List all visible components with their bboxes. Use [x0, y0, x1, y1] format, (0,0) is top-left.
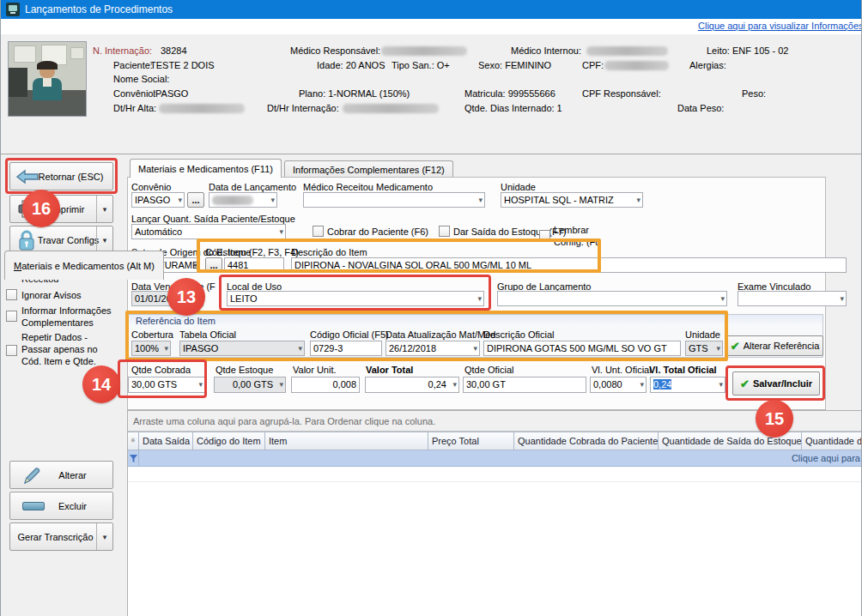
- data-vencto-input[interactable]: 01/01/2030: [131, 291, 203, 306]
- redacted-data-lancamento: [212, 196, 253, 205]
- checkbox-cobrar-paciente-label: Cobrar do Paciente (F6): [327, 226, 428, 237]
- medico-internou-label: Médico Internou:: [511, 45, 581, 56]
- grid-groupby-bar[interactable]: Arraste uma coluna aqui para agrupá-la. …: [128, 411, 862, 432]
- medico-receitou-combobox[interactable]: ▾: [303, 192, 485, 208]
- retornar-button[interactable]: Retornar (ESC): [9, 162, 113, 190]
- excluir-button[interactable]: Excluir: [9, 492, 113, 520]
- imprimir-button[interactable]: Imprimir ▾: [9, 195, 113, 223]
- tab-materiais-f11[interactable]: Materiais e Medicamentos (F11): [130, 159, 282, 178]
- checkbox-cobrar-paciente[interactable]: [313, 226, 324, 237]
- dropdown-arrow-icon: ▾: [164, 342, 168, 354]
- salvar-incluir-button[interactable]: ✔ Salvar/Incluir: [732, 371, 820, 396]
- vl-unt-oficial-combobox[interactable]: 0,0080▾: [590, 377, 646, 393]
- checkbox-ignorar-avisos-label: Ignorar Avisos: [21, 289, 124, 301]
- dropdown-arrow-icon: ▾: [452, 378, 457, 390]
- qtde-oficial-input[interactable]: 30,00 GT: [463, 377, 586, 393]
- grid-column-preco-total[interactable]: Preço Total: [428, 432, 514, 450]
- grid-column-qtd-saida[interactable]: Quantidade de Saída: [802, 432, 862, 450]
- local-uso-combobox[interactable]: LEITO▾: [227, 291, 484, 306]
- alterar-button[interactable]: Alterar: [9, 461, 113, 489]
- n-internacao-label: N. Internação:: [93, 45, 152, 56]
- qtde-estoque-combobox[interactable]: 0,00 GTS▾: [214, 377, 286, 393]
- convenio-browse-button[interactable]: ...: [187, 192, 204, 208]
- alterar-referencia-button[interactable]: ✔ Alterar Referência: [726, 335, 823, 356]
- tab-materiais-medicamentos[interactable]: Materiais e Medicamentos (Alt M): [4, 251, 164, 280]
- grid-body[interactable]: [128, 467, 862, 616]
- tab-informacoes-f12[interactable]: Informações Complementares (F12): [284, 160, 453, 178]
- checkbox-dar-saida[interactable]: [439, 226, 450, 237]
- nome-social-label: Nome Social:: [113, 74, 169, 84]
- cobertura-combobox[interactable]: 100%▾: [131, 341, 171, 356]
- cpf-responsavel-label: CPF Responsável:: [582, 88, 661, 99]
- grid-column-qtd-cobrada[interactable]: Quantidade Cobrada do Paciente: [514, 432, 659, 450]
- alergias-label: Alergias:: [689, 60, 726, 70]
- unidade-oficial-label: Unidade: [685, 329, 720, 340]
- grid-column-qtd-saida-estoque[interactable]: Quantidade de Saída do Estoque: [659, 432, 802, 450]
- plano-value: Plano: 1-NORMAL (150%): [299, 88, 410, 99]
- dropdown-arrow-icon: ▾: [478, 194, 483, 206]
- checkbox-ignorar-avisos[interactable]: [6, 289, 17, 300]
- grid-column-codigo-item[interactable]: Código do Item: [193, 432, 265, 450]
- unidade-combobox[interactable]: HOSPITAL SQL - MATRIZ▾: [501, 192, 643, 208]
- data-peso-label: Data Peso:: [677, 103, 724, 113]
- dropdown-arrow-icon: ▾: [473, 342, 477, 354]
- vl-total-oficial-combobox[interactable]: 0,24▾: [650, 377, 725, 393]
- redacted-cpf: [604, 61, 669, 70]
- grid-column-item[interactable]: Item: [265, 432, 428, 450]
- exame-vinculado-combobox[interactable]: ▾: [738, 291, 847, 306]
- grid-config-icon: ✳: [131, 437, 137, 444]
- tipo-san-value: Tipo San.: O+: [392, 60, 450, 70]
- grid-empty-row-line: [128, 481, 862, 482]
- visualizar-informacoes-link[interactable]: Clique aqui para visualizar Informações …: [698, 21, 862, 31]
- travar-dropdown-arrow[interactable]: ▾: [96, 226, 112, 253]
- gerar-transcricao-button[interactable]: Gerar Transcrição ▾: [9, 522, 113, 551]
- grid-filter-row[interactable]: Clique aqui para: [128, 450, 862, 467]
- data-lancamento-label: Data de Lançamento: [209, 182, 296, 192]
- sidebar: Retornar (ESC) Imprimir ▾ Travar Configs…: [1, 154, 127, 616]
- qtde-oficial-label: Qtde Oficial: [464, 365, 513, 375]
- cod-item-input[interactable]: 4481: [224, 257, 284, 273]
- valor-unit-input[interactable]: 0,008: [291, 377, 360, 393]
- grid-config-cell[interactable]: ✳: [128, 432, 139, 450]
- n-internacao-value: 38284: [161, 45, 187, 56]
- tab-strip: Materiais e Medicamentos (Alt M) Exames …: [1, 125, 862, 154]
- paciente-label: Paciente:: [113, 60, 153, 70]
- unidade-oficial-combobox[interactable]: GTS▾: [685, 341, 723, 356]
- valor-total-combobox[interactable]: 0,24▾: [365, 377, 459, 393]
- descricao-oficial-input[interactable]: DIPIRONA GOTAS 500 MG/ML SO VO GT: [483, 341, 681, 356]
- redacted-dthr-internacao: [343, 104, 439, 113]
- gerar-transcricao-dropdown-arrow[interactable]: ▾: [96, 523, 112, 550]
- referencia-group-title: Referência do Item: [129, 315, 823, 327]
- checkbox-informar-complementares[interactable]: [6, 311, 17, 322]
- check-icon: ✔: [731, 340, 740, 353]
- dropdown-arrow-icon: ▾: [720, 293, 725, 305]
- grupo-lancamento-combobox[interactable]: ▾: [497, 291, 727, 306]
- descricao-item-input[interactable]: DIPIRONA - NOVALGINA SOL ORAL 500 MG/ML …: [291, 257, 847, 273]
- matricula-value: Matricula: 999555666: [464, 88, 555, 99]
- checkbox-lembrar-config[interactable]: [539, 230, 550, 241]
- dropdown-arrow-icon: ▾: [298, 342, 302, 354]
- idade-value: Idade: 20 ANOS: [317, 60, 385, 70]
- lancar-quant-label: Lançar Quant. Saída Paciente/Estoque: [131, 214, 295, 224]
- data-atualizacao-combobox[interactable]: 26/12/2018▾: [385, 341, 480, 356]
- data-atualizacao-label: Data Atualização Mat/Med: [385, 329, 495, 340]
- descricao-oficial-label: Descrição Oficial: [483, 329, 555, 340]
- grid-filter-hint: Clique aqui para: [139, 450, 862, 466]
- dthr-alta-label: Dt/Hr Alta:: [113, 103, 156, 113]
- dropdown-arrow-icon: ▾: [198, 378, 203, 390]
- grid-column-data-saida[interactable]: Data Saída: [139, 432, 193, 450]
- checkbox-repetir-dados[interactable]: [6, 345, 17, 356]
- valor-total-label: Valor Total: [366, 365, 413, 375]
- convenio-combobox[interactable]: IPASGO▾: [131, 192, 185, 208]
- lancar-quant-combobox[interactable]: Automático▾: [131, 224, 286, 239]
- check-icon: ✔: [740, 377, 750, 390]
- cod-item-browse-button[interactable]: ...: [205, 257, 222, 273]
- medico-receitou-label: Médico Receitou Medicamento: [303, 182, 433, 192]
- imprimir-dropdown-arrow[interactable]: ▾: [96, 196, 112, 222]
- tabela-oficial-combobox[interactable]: IPASGO▾: [179, 341, 305, 356]
- codigo-oficial-input[interactable]: 0729-3: [310, 341, 382, 356]
- checkbox-informar-complementares-label: Informar Informações Complementares: [21, 305, 124, 329]
- qtde-cobrada-combobox[interactable]: 30,00 GTS▾: [128, 377, 205, 393]
- filter-funnel-cell[interactable]: [128, 450, 139, 466]
- dropdown-arrow-icon: ▾: [178, 194, 182, 206]
